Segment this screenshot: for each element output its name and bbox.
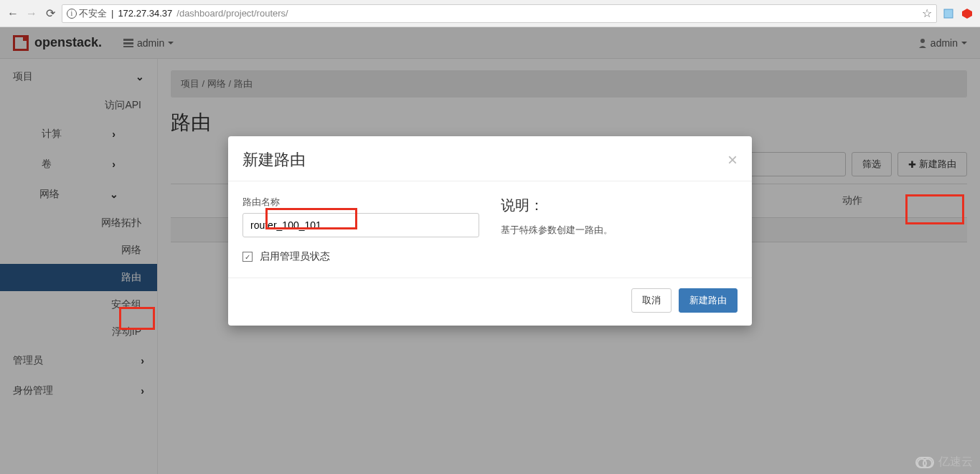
description-text: 基于特殊参数创建一路由。 [501,224,738,237]
svg-rect-0 [944,9,953,18]
address-bar[interactable]: i 不安全 | 172.27.34.37/dashboard/project/r… [62,4,937,23]
create-router-modal: 新建路由 × 路由名称 ✓ 启用管理员状态 说明： 基于特殊参数创建一路由。 取… [228,136,752,326]
url-path: /dashboard/project/routers/ [176,8,288,19]
browser-toolbar: ← → ⟳ i 不安全 | 172.27.34.37/dashboard/pro… [0,0,980,27]
watermark: 亿速云 [915,455,973,470]
cancel-button[interactable]: 取消 [631,288,672,313]
site-info-icon[interactable]: i 不安全 [67,7,107,20]
description-heading: 说明： [501,196,738,215]
modal-header: 新建路由 × [228,136,752,181]
bookmark-star-icon[interactable]: ☆ [922,6,932,20]
submit-button[interactable]: 新建路由 [679,288,738,313]
adblock-icon[interactable] [960,6,974,21]
admin-state-label: 启用管理员状态 [260,250,330,263]
watermark-icon [915,457,934,468]
watermark-text: 亿速云 [938,455,973,470]
checkbox-checked-icon: ✓ [242,252,253,262]
admin-state-checkbox[interactable]: ✓ 启用管理员状态 [242,250,479,263]
close-icon[interactable]: × [727,151,738,169]
extension-icon[interactable] [941,6,956,21]
modal-title: 新建路由 [242,149,306,171]
modal-footer: 取消 新建路由 [228,278,752,326]
svg-marker-1 [962,9,972,19]
router-name-input[interactable] [242,213,479,237]
reload-button[interactable]: ⟳ [43,6,57,21]
router-name-label: 路由名称 [242,196,479,209]
back-button[interactable]: ← [6,6,20,21]
forward-button: → [24,6,39,21]
url-host: 172.27.34.37 [118,8,172,19]
